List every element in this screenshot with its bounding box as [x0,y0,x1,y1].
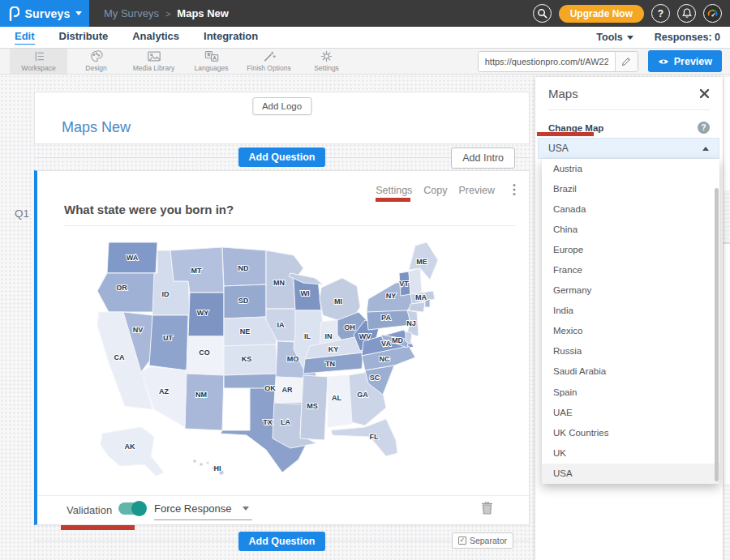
toolbar-item-design[interactable]: Design [67,49,125,74]
state-AL[interactable] [328,375,352,427]
survey-title[interactable]: Maps New [62,119,131,136]
state-MS[interactable] [300,375,328,440]
map-option[interactable]: Brazil [542,179,719,199]
map-option[interactable]: Russia [542,341,719,361]
share-url-input[interactable] [479,52,615,71]
map-container: WAORCAIDNVUTAZMTWYCONMNDSDNEKSOKTXMNIAMO… [73,236,454,497]
preview-button[interactable]: Preview [648,50,722,72]
map-option[interactable]: UK Countries [542,423,719,443]
question-text[interactable]: What state were you born in? [64,203,234,216]
state-HI[interactable] [219,470,224,475]
scrollbar[interactable] [715,188,719,481]
map-select[interactable]: USA [538,138,719,159]
search-icon [537,8,548,19]
edit-url-button[interactable] [615,51,638,72]
map-option[interactable]: Canada [542,199,719,220]
toolbar-item-settings[interactable]: Settings [298,49,355,74]
toolbar-item-label: Finish Options [247,64,290,72]
kebab-menu-icon[interactable] [513,183,516,199]
question-preview-button[interactable]: Preview [459,185,495,196]
topbar-actions: Upgrade Now ? [533,4,730,23]
state-HI[interactable] [193,460,196,463]
force-response-dropdown[interactable]: Force Response [154,502,252,520]
toolbar-item-label: Workspace [21,64,55,72]
map-option[interactable]: Austria [542,159,719,179]
tab-integration[interactable]: Integration [204,30,258,45]
notifications-button[interactable] [677,4,696,23]
state-CO[interactable] [187,336,224,375]
annotation-underline-change-map [537,132,594,136]
state-KS[interactable] [224,344,277,375]
toolbar-item-languages[interactable]: Languages [182,49,240,74]
map-option[interactable]: UK [542,443,719,464]
tab-analytics[interactable]: Analytics [132,30,179,45]
upgrade-now-button[interactable]: Upgrade Now [559,5,644,23]
map-option[interactable]: India [542,301,719,321]
help-button[interactable]: ? [651,4,670,23]
toolbar-item-label: Settings [314,64,339,72]
state-SD[interactable] [224,284,266,318]
state-HI[interactable] [207,462,209,464]
search-button[interactable] [533,4,552,23]
annotation-underline-validation [61,525,135,530]
toolbar-item-media-library[interactable]: Media Library [125,49,182,74]
separator-label: Separator [470,536,507,545]
force-response-label: Force Response [154,502,231,515]
delete-question-button[interactable] [481,501,493,519]
usa-map: WAORCAIDNVUTAZMTWYCONMNDSDNEKSOKTXMNIAMO… [73,236,454,494]
state-UT[interactable] [149,315,188,370]
close-panel-button[interactable] [699,88,710,99]
chevron-down-icon [243,507,249,511]
eye-icon [658,58,669,66]
validation-toggle[interactable] [118,502,145,515]
responses-count: Responses: 0 [655,32,720,43]
state-NM[interactable] [185,374,224,430]
question-settings-button[interactable]: Settings [376,185,412,196]
account-avatar[interactable] [703,4,722,23]
map-option[interactable]: Saudi Arabia [542,361,719,382]
page: Surveys My Surveys > Maps New Upgrade No… [0,0,730,560]
state-CT[interactable] [409,302,425,312]
breadcrumb-separator: > [165,9,170,19]
chevron-up-icon [702,147,709,151]
state-WA[interactable] [107,242,157,273]
help-icon[interactable]: ? [698,122,710,134]
state-WY[interactable] [188,293,224,336]
add-logo-button[interactable]: Add Logo [252,97,311,115]
map-option[interactable]: USA [542,464,719,484]
panel-header: Maps [535,77,723,100]
state-RI[interactable] [425,299,430,307]
map-option[interactable]: Spain [542,383,719,403]
breadcrumb-my-surveys[interactable]: My Surveys [104,7,159,19]
state-ND[interactable] [222,247,266,286]
map-option[interactable]: France [542,260,719,280]
map-option[interactable]: Germany [542,280,719,301]
state-AK[interactable] [101,427,164,476]
add-intro-button[interactable]: Add Intro [451,147,515,169]
add-question-button-top[interactable]: Add Question [238,147,326,167]
question-copy-button[interactable]: Copy [423,185,447,196]
workspace-icon [31,50,47,62]
state-AR[interactable] [274,377,303,403]
state-OR[interactable] [97,273,156,312]
state-NH[interactable] [409,268,422,294]
pencil-icon [621,57,631,66]
map-option[interactable]: China [542,220,719,240]
state-HI[interactable] [200,463,203,466]
state-HI[interactable] [213,467,217,471]
separator-button[interactable]: ✓ Separator [452,532,513,549]
product-switcher[interactable]: Surveys [0,0,89,27]
editor-toolbar: Workspace Design Media Library Languages… [0,49,730,75]
add-question-button-bottom[interactable]: Add Question [238,532,326,551]
tab-distribute[interactable]: Distribute [59,30,109,45]
map-option[interactable]: Europe [542,240,719,260]
map-option[interactable]: UAE [542,403,719,423]
map-select-value: USA [548,143,569,154]
toolbar-item-finish-options[interactable]: Finish Options [240,49,298,74]
tab-edit[interactable]: Edit [15,30,35,45]
toolbar-item-workspace[interactable]: Workspace [10,49,67,74]
map-options-list: AustriaBrazilCanadaChinaEuropeFranceGerm… [542,159,719,484]
tools-menu[interactable]: Tools [596,32,633,43]
map-option[interactable]: Mexico [542,321,719,341]
breadcrumb: My Surveys > Maps New [104,7,229,19]
